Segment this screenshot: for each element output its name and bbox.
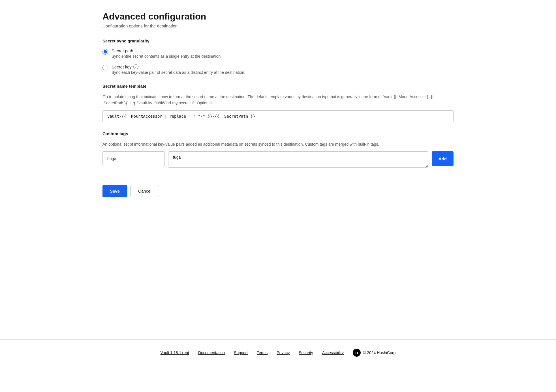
name-template-section-title: Secret name template [102,84,454,89]
custom-tags-section-title: Custom tags [102,131,454,136]
name-template-section: Secret name template Go-template string … [102,84,454,122]
add-tag-button[interactable]: Add [432,151,454,166]
secret-path-option: Secret path Sync entire secret contents … [102,48,454,59]
cancel-button[interactable]: Cancel [131,185,159,197]
secret-key-label[interactable]: Secret key i Sync each key-value pair of… [112,64,245,75]
footer-link-accessibility[interactable]: Accessibility [322,350,344,355]
granularity-section-title: Secret sync granularity [102,38,454,43]
footer-link-privacy[interactable]: Privacy [277,350,290,355]
custom-tags-section: Custom tags An optional set of informati… [102,131,454,168]
footer-link-support[interactable]: Support [234,350,248,355]
footer-link-documentation[interactable]: Documentation [198,350,225,355]
secret-key-radio[interactable] [102,65,108,70]
name-template-input[interactable] [102,110,454,122]
tag-key-input[interactable] [102,151,165,166]
secret-key-title: Secret key i [112,64,245,69]
footer-copyright: © 2024 HashiCorp [363,350,395,355]
tag-value-textarea[interactable]: fuga [168,151,428,168]
secret-path-desc: Sync entire secret contents as a single … [112,54,222,59]
page-subtitle: Configuration options for the destinatio… [102,23,454,28]
action-buttons: Save Cancel [102,185,454,197]
footer-brand: H © 2024 HashiCorp [353,349,395,357]
granularity-section: Secret sync granularity Secret path Sync… [102,38,454,75]
name-template-description: Go-template string that indicates how to… [102,94,454,106]
save-button[interactable]: Save [102,185,127,197]
footer-link-security[interactable]: Security [299,350,313,355]
page-title: Advanced configuration [102,11,454,22]
secret-path-label[interactable]: Secret path Sync entire secret contents … [112,48,222,59]
svg-text:H: H [355,351,358,355]
secret-path-radio[interactable] [102,49,108,55]
secret-key-info-icon[interactable]: i [133,64,138,69]
secret-key-option: Secret key i Sync each key-value pair of… [102,64,454,75]
secret-path-title: Secret path [112,48,222,53]
footer-link-terms[interactable]: Terms [257,350,268,355]
secret-key-desc: Sync each key-value pair of secret data … [112,70,245,75]
footer: Vault 1.18.1+ent Documentation Support T… [0,339,556,366]
custom-tags-description: An optional set of informational key-val… [102,141,454,147]
custom-tags-inputs: fuga Add [102,151,454,168]
footer-link-vault[interactable]: Vault 1.18.1+ent [161,350,189,355]
section-divider [102,177,454,177]
granularity-radio-group: Secret path Sync entire secret contents … [102,48,454,75]
hashicorp-logo-icon: H [353,349,361,357]
